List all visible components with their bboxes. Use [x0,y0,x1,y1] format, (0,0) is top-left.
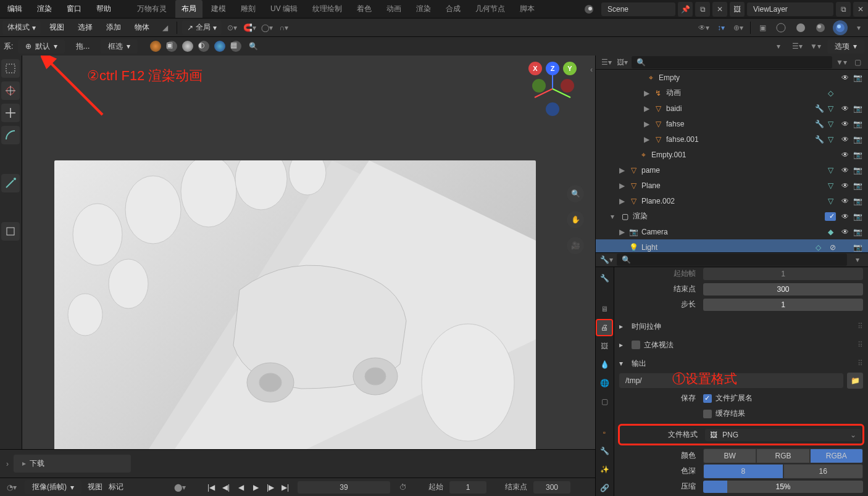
scene-name-field[interactable]: Scene [601,2,675,16]
options-menu[interactable]: 选项▾ [827,39,864,54]
modifier-icon[interactable]: 🔧 [815,135,824,144]
axis-neg-x[interactable] [561,79,574,93]
object-name[interactable]: Empty [659,73,833,82]
object-menu[interactable]: 物体 [130,20,154,35]
mode-icon-4[interactable]: ◐ [198,41,209,52]
time-stretch-panel[interactable]: ▸ 时间拉伸 ⠿ [619,317,863,336]
output-tab-icon[interactable]: 🖨 [596,319,613,336]
outliner-row[interactable]: ▶ ▽ baidi 🔧 ▽ 👁📷 [596,101,868,116]
collapse-n-panel-icon[interactable]: ‹ [590,65,593,74]
object-name[interactable]: Light [641,243,816,252]
jump-end-icon[interactable]: ▶| [279,481,291,494]
curve-icon[interactable]: ∩▾ [277,21,291,35]
outliner-view-icon[interactable]: 🖼▾ [616,56,629,69]
relation-selector[interactable]: ⊕默认▾ [18,39,65,54]
mode-icon-2[interactable]: ▣ [166,41,177,52]
object-name[interactable]: baidi [666,104,815,113]
select-mode[interactable]: 框选▾ [101,39,138,54]
stereo-panel[interactable]: ▸ 立体视法 ⠿ [619,336,863,354]
camera-restrict-icon[interactable]: 📷 [852,212,863,221]
keyframe-prev-icon[interactable]: ◀| [220,481,232,494]
new-layer-icon[interactable]: ⧉ [836,2,851,17]
viewlayer-icon[interactable]: 🖼 [730,2,745,17]
filter-sort-icon[interactable]: ▾ [772,39,785,53]
autokey-icon[interactable]: ⬤▾ [173,481,186,494]
mode-icon-1[interactable] [150,41,161,52]
transform-tool[interactable] [1,222,20,241]
scene-tab-icon[interactable]: 💧 [596,356,613,373]
axis-neg-y[interactable] [532,79,546,93]
annotate-tool[interactable] [1,174,20,192]
drag-handle-icon[interactable]: ⠿ [858,322,863,331]
object-name[interactable]: Empty.001 [651,151,833,159]
eye-icon[interactable]: 👁 [840,212,851,221]
object-name[interactable]: 动画 [666,88,828,98]
wireframe-shade-icon[interactable] [774,20,788,35]
play-icon[interactable]: ▶ [249,481,262,494]
disclosure-icon[interactable]: ▶ [644,120,653,128]
camera-restrict-icon[interactable]: 📷 [852,197,863,205]
overlay-icon[interactable]: ⊕▾ [732,21,745,35]
collection-checkbox[interactable] [825,212,836,221]
color-rgba-button[interactable]: RGBA [810,448,863,463]
menu-help[interactable]: 帮助 [89,4,119,14]
outliner-search[interactable]: 🔍 [632,56,832,68]
frame-end-field[interactable]: 300 [703,283,863,296]
disclosure-icon[interactable]: ▶ [619,166,628,175]
axis-y-icon[interactable]: Y [563,62,577,75]
timeline-marker-menu[interactable]: 标记 [109,482,123,492]
select-box-tool[interactable] [1,59,20,78]
snap-icon[interactable]: 🧲▾ [243,21,256,35]
modifier-icon[interactable]: ◆ [828,228,833,236]
camera-restrict-icon[interactable]: 📷 [852,120,863,128]
object-name[interactable]: pame [641,166,828,175]
workspace-tab[interactable]: 合成 [440,0,467,18]
axis-z-icon[interactable]: Z [546,62,559,75]
stereo-checkbox[interactable] [632,341,640,349]
drag-handle-icon[interactable]: ⠿ [858,359,863,368]
outliner-row[interactable]: ▶ ▽ pame ▽ 👁📷 [596,162,868,178]
rendered-shade-icon[interactable] [833,20,848,35]
modifier-icon[interactable]: ▽ [828,104,833,113]
axis-gizmo[interactable]: Z X Y [528,62,577,116]
camera-restrict-icon[interactable]: 📷 [852,228,863,236]
step-field[interactable]: 1 [703,299,863,311]
output-panel[interactable]: ▾ 输出 ⠿ [619,354,863,373]
search-icon[interactable]: 🔍 [246,39,260,53]
add-menu[interactable]: 添加 [101,20,126,35]
modifier-icon[interactable]: 🔧 [815,120,824,128]
camera-restrict-icon[interactable]: 📷 [852,135,863,144]
disable-icon[interactable]: ⊘ [827,243,838,252]
outliner-row[interactable]: ▶ 📷 Camera ◆ 👁📷 [596,224,868,239]
keyframe-next-icon[interactable]: |▶ [264,481,277,494]
modifier-icon[interactable]: ▽ [828,197,833,205]
outliner-row[interactable]: ▶ ▽ fahse 🔧 ▽ 👁📷 [596,116,868,131]
disclosure-icon[interactable]: ▶ [619,228,628,236]
outliner-row[interactable]: 💡 Light ◇ ⊘📷 [596,239,868,252]
object-name[interactable]: Plane.002 [641,197,828,205]
end-frame-field[interactable]: 300 [533,481,570,494]
object-tab-icon[interactable]: ▫ [596,424,613,441]
workspace-tab[interactable]: 纹理绘制 [306,0,348,18]
frame-start-field[interactable]: 1 [703,268,863,280]
particle-tab-icon[interactable]: ✨ [596,461,613,478]
object-name[interactable]: 渲染 [633,211,819,221]
eye-icon[interactable]: 👁 [840,104,851,113]
filter-funnel-icon[interactable]: ▼▾ [809,39,822,53]
solid-shade-icon[interactable] [793,20,808,35]
pin-icon[interactable]: 📌 [678,2,693,17]
select-menu[interactable]: 选择 [73,20,98,35]
mode-icon-3[interactable] [182,41,193,52]
outliner-display-mode-icon[interactable]: ☰▾ [599,56,613,69]
cursor-tool[interactable] [1,81,20,100]
browse-folder-icon[interactable]: 📁 [847,373,863,389]
cache-checkbox[interactable] [703,410,712,418]
eye-icon[interactable]: 👁 [840,181,851,190]
outliner-filter-icon[interactable]: ▼▾ [835,56,848,69]
workspace-tab[interactable]: 脚本 [514,0,541,18]
camera-view-icon[interactable]: 🎥 [567,237,584,254]
axis-neg-icon[interactable] [546,102,559,116]
matprev-shade-icon[interactable] [813,20,828,35]
file-format-selector[interactable]: 🖼 PNG ⌄ [705,429,861,441]
object-name[interactable]: Camera [641,228,828,236]
